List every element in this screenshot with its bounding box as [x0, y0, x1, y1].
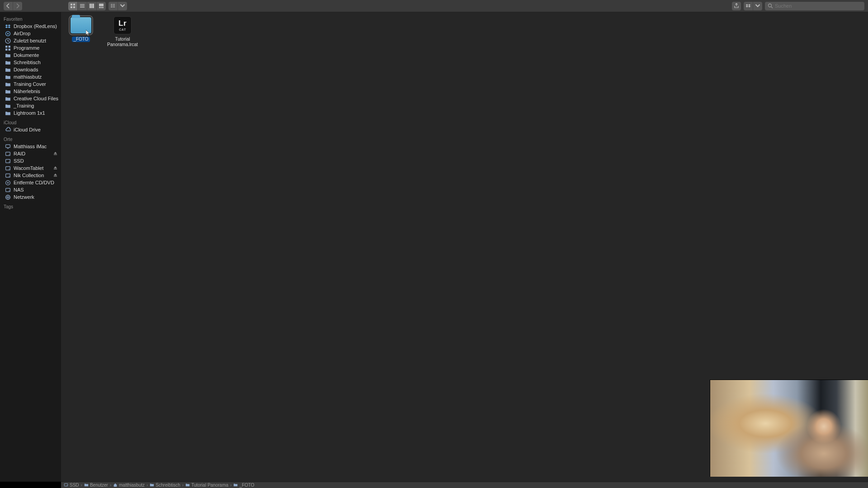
svg-rect-11	[99, 7, 100, 9]
svg-point-33	[9, 161, 9, 162]
path-crumb-5[interactable]: _FOTO	[233, 483, 254, 488]
svg-rect-24	[5, 46, 7, 47]
sidebar-header-favoriten: Favoriten	[0, 16, 61, 23]
toolbar	[0, 0, 868, 12]
clock-icon	[5, 38, 11, 44]
arrange-icon	[110, 3, 116, 9]
folder-icon	[5, 95, 11, 102]
sidebar-item-orte-2[interactable]: SSD	[0, 157, 61, 164]
svg-rect-36	[5, 174, 10, 177]
view-icons-button[interactable]	[68, 2, 78, 10]
chevron-left-icon	[5, 3, 11, 9]
sidebar-item-label: Dokumente	[14, 52, 39, 58]
sidebar-item-favoriten-7[interactable]: matthiasbutz	[0, 73, 61, 80]
chevron-down-icon	[120, 3, 125, 9]
file-label: _FOTO	[72, 37, 90, 42]
view-list-button[interactable]	[78, 2, 87, 10]
sidebar-item-label: Matthiass iMac	[14, 144, 47, 149]
sidebar-item-orte-7[interactable]: Netzwerk	[0, 193, 61, 201]
sidebar-item-favoriten-12[interactable]: Lightroom 1x1	[0, 109, 61, 117]
sidebar-item-favoriten-6[interactable]: Downloads	[0, 66, 61, 73]
eject-icon[interactable]	[53, 151, 57, 156]
path-crumb-4[interactable]: Tutorial Panorama	[185, 483, 228, 488]
sidebar-item-label: Nik Collection	[14, 173, 44, 178]
columns-icon	[89, 3, 94, 9]
nav-back-button[interactable]	[4, 2, 13, 10]
sidebar-item-favoriten-10[interactable]: Creative Cloud Files	[0, 95, 61, 102]
folder-icon	[5, 88, 11, 94]
sidebar-item-favoriten-2[interactable]: Zuletzt benutzt	[0, 37, 61, 44]
eject-icon[interactable]	[53, 165, 57, 171]
sidebar-item-favoriten-0[interactable]: Dropbox (RedLens)	[0, 23, 61, 30]
sidebar-item-orte-6[interactable]: NAS	[0, 186, 61, 193]
sidebar-item-favoriten-1[interactable]: AirDrop	[0, 30, 61, 37]
svg-rect-16	[111, 7, 113, 7]
sidebar-item-orte-0[interactable]: Matthiass iMac	[0, 143, 61, 150]
svg-rect-12	[101, 7, 102, 9]
grid-icon	[70, 3, 75, 9]
folder-icon	[84, 483, 89, 488]
chevron-down-icon	[755, 3, 760, 9]
search-input[interactable]	[775, 3, 862, 9]
svg-rect-3	[73, 6, 75, 8]
path-crumb-3[interactable]: Schreibtisch	[150, 483, 180, 488]
path-crumb-1[interactable]: Benutzer	[84, 483, 108, 488]
path-separator: ›	[110, 483, 111, 488]
folder-icon	[5, 110, 11, 116]
share-button[interactable]	[732, 2, 741, 10]
gallery-icon	[99, 3, 104, 9]
svg-rect-14	[111, 4, 113, 5]
webcam-overlay	[710, 380, 868, 477]
arrange-button[interactable]	[108, 2, 118, 10]
sidebar-item-favoriten-8[interactable]: Training Cover	[0, 80, 61, 88]
sidebar-item-favoriten-11[interactable]: _Training	[0, 102, 61, 109]
path-crumb-0[interactable]: SSD	[64, 483, 79, 488]
file-item-1[interactable]: LrCATTutorial Panorama.lrcat	[106, 16, 139, 47]
svg-rect-7	[90, 4, 91, 8]
view-gallery-button[interactable]	[97, 2, 106, 10]
svg-rect-15	[111, 5, 113, 6]
sidebar-item-favoriten-3[interactable]: Programme	[0, 44, 61, 52]
path-separator: ›	[230, 483, 231, 488]
sidebar: Favoriten Dropbox (RedLens)AirDropZuletz…	[0, 12, 61, 482]
dropbox-toolbar-dropdown[interactable]	[753, 2, 762, 10]
nav-forward-button[interactable]	[13, 2, 22, 10]
sidebar-item-orte-1[interactable]: RAID	[0, 150, 61, 157]
eject-icon[interactable]	[53, 173, 57, 178]
path-bar: SSD›Benutzer›matthiasbutz›Schreibtisch›T…	[61, 482, 868, 488]
svg-rect-5	[80, 5, 85, 6]
svg-rect-25	[8, 46, 10, 47]
sidebar-item-label: SSD	[14, 158, 24, 164]
sidebar-item-label: Downloads	[14, 67, 38, 72]
folder-icon	[185, 483, 190, 488]
sidebar-item-label: Creative Cloud Files	[14, 96, 58, 101]
share-group	[732, 2, 741, 10]
sidebar-item-label: iCloud Drive	[14, 127, 41, 132]
svg-rect-29	[7, 148, 8, 148]
path-crumb-2[interactable]: matthiasbutz	[113, 483, 145, 488]
sidebar-item-orte-3[interactable]: WacomTablet	[0, 164, 61, 172]
svg-rect-10	[99, 4, 104, 6]
sidebar-item-label: Schreibtisch	[14, 60, 41, 65]
sidebar-item-favoriten-5[interactable]: Schreibtisch	[0, 59, 61, 66]
view-columns-button[interactable]	[87, 2, 97, 10]
sidebar-item-icloud-0[interactable]: iCloud Drive	[0, 126, 61, 133]
sidebar-item-orte-5[interactable]: Entfernte CD/DVD	[0, 179, 61, 186]
svg-rect-19	[113, 7, 115, 7]
arrange-dropdown[interactable]	[118, 2, 127, 10]
view-mode-group	[68, 2, 106, 10]
dropbox-icon	[745, 3, 751, 9]
icon-view[interactable]: _FOTOLrCATTutorial Panorama.lrcat	[61, 12, 868, 51]
svg-rect-27	[8, 48, 10, 50]
file-item-0[interactable]: _FOTO	[65, 16, 97, 47]
svg-rect-9	[93, 4, 94, 8]
sidebar-item-label: Zuletzt benutzt	[14, 38, 46, 43]
sidebar-item-favoriten-4[interactable]: Dokumente	[0, 52, 61, 59]
sidebar-header-icloud: iCloud	[0, 119, 61, 126]
list-icon	[80, 3, 85, 9]
svg-point-41	[9, 190, 9, 191]
search-field[interactable]	[765, 2, 864, 10]
dropbox-toolbar-button[interactable]	[744, 2, 753, 10]
sidebar-item-favoriten-9[interactable]: Näherlebnis	[0, 88, 61, 95]
sidebar-item-orte-4[interactable]: Nik Collection	[0, 172, 61, 179]
